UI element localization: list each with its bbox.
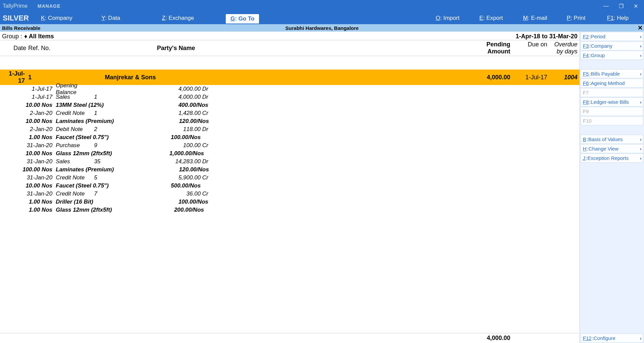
detail-type: Sales [56, 94, 94, 100]
detail-item: Faucet (Steel 0.75") [56, 182, 109, 189]
detail-date: 2-Jan-20 [2, 126, 56, 133]
rp-f7: F7 [581, 88, 643, 97]
detail-rate: 100.00/Nos [108, 199, 208, 205]
rp-ledger-wise-bills[interactable]: F8: Ledger-wise Bills [581, 97, 643, 106]
menu-help[interactable]: F1: Help [604, 12, 644, 24]
detail-type: Sales [56, 158, 94, 165]
detail-item: Glass 12mm (2ftx5ft) [56, 150, 112, 157]
group-value[interactable]: ♦ All Items [24, 33, 54, 40]
detail-amt: 4,000.00 Dr [108, 86, 208, 92]
menu-print[interactable]: P: Print [563, 12, 604, 24]
detail-date: 31-Jan-20 [2, 142, 56, 149]
detail-item: 13MM Steel (12%) [56, 102, 108, 109]
detail-row[interactable]: 1.00 NosDriller (16 Bit)100.00/Nos [0, 198, 579, 206]
rp-basis-of-values[interactable]: B: Basis of Values [581, 135, 643, 144]
detail-rate: 120.00/Nos [114, 166, 209, 173]
right-panel: F2: PeriodF3: CompanyF4: GroupF5: Bills … [579, 32, 644, 343]
detail-row[interactable]: 10.00 NosGlass 12mm (2ftx5ft)1,000.00/No… [0, 149, 579, 158]
menu-bar: SILVER K: Company Y: Data Z: Exchange G:… [0, 12, 644, 24]
total-row: 4,000.00 [0, 333, 579, 343]
detail-amt: 5,900.00 Cr [108, 174, 208, 181]
detail-item: Faucet (Steel 0.75") [56, 134, 109, 141]
detail-qty: 1.00 Nos [2, 207, 56, 213]
detail-rate: 500.00/Nos [109, 182, 201, 189]
bill-dueon: 1-Jul-17 [510, 74, 547, 81]
context-bar: Bills Receivable Surabhi Hardwares, Bang… [0, 24, 644, 32]
edition-label: SILVER [0, 12, 38, 24]
rp-change-view[interactable]: H: Change View [581, 144, 643, 153]
rp-period[interactable]: F2: Period [581, 32, 643, 41]
hdr-dueon: Due on [510, 41, 547, 48]
menu-email[interactable]: M: E-mail [520, 12, 563, 24]
detail-type: Debit Note [56, 126, 94, 133]
menu-import[interactable]: O: Import [432, 12, 476, 24]
detail-item: Laminates (Premium) [56, 118, 114, 125]
detail-qty: 10.00 Nos [2, 182, 56, 189]
period-value: 1-Apr-18 to 31-Mar-20 [516, 33, 577, 40]
detail-rate: 400.00/Nos [108, 102, 208, 109]
menu-company[interactable]: K: Company [38, 12, 98, 24]
detail-date: 31-Jan-20 [2, 190, 56, 197]
menu-exchange[interactable]: Z: Exchange [159, 12, 226, 24]
detail-type: Credit Note [56, 174, 94, 181]
menu-goto[interactable]: G: Go To [226, 14, 259, 24]
detail-row[interactable]: 1.00 NosGlass 12mm (2ftx5ft)200.00/Nos [0, 206, 579, 214]
total-amount: 4,000.00 [450, 335, 510, 342]
bill-ref: 1 [28, 74, 62, 81]
detail-no: 5 [94, 174, 108, 181]
detail-type: Purchase [56, 142, 94, 149]
detail-date: 31-Jan-20 [2, 158, 56, 165]
rp-group[interactable]: F4: Group [581, 51, 643, 60]
window-controls: — ❐ ✕ [603, 3, 641, 9]
detail-type: Credit Note [56, 110, 94, 117]
detail-rate: 1,000.00/Nos [112, 150, 204, 157]
detail-amt: 1,428.00 Cr [108, 110, 208, 117]
detail-row[interactable]: 10.00 NosLaminates (Premium)120.00/Nos [0, 117, 579, 125]
hdr-ref: Ref. No. [28, 45, 62, 52]
detail-row[interactable]: 1.00 NosFaucet (Steel 0.75")100.00/Nos [0, 133, 579, 141]
detail-row[interactable]: 10.00 Nos13MM Steel (12%)400.00/Nos [0, 101, 579, 109]
close-report-icon[interactable]: ✕ [638, 24, 644, 32]
menu-data[interactable]: Y: Data [98, 12, 159, 24]
minimize-icon[interactable]: — [603, 3, 609, 9]
detail-no: 9 [94, 142, 108, 149]
detail-item: Driller (16 Bit) [56, 199, 108, 205]
menu-export[interactable]: E: Export [476, 12, 520, 24]
detail-row[interactable]: 31-Jan-20Purchase9100.00 Cr [0, 141, 579, 149]
company-name: Surabhi Hardwares, Bangalore [285, 25, 358, 31]
detail-amt: 36.00 Cr [108, 190, 208, 197]
detail-row[interactable]: 31-Jan-20Sales3514,283.00 Dr [0, 158, 579, 166]
detail-row[interactable]: 31-Jan-20Credit Note55,900.00 Cr [0, 174, 579, 182]
detail-row[interactable]: 2-Jan-20Credit Note11,428.00 Cr [0, 109, 579, 117]
detail-no: 35 [94, 158, 108, 165]
detail-row[interactable]: 1-Jul-17Sales14,000.00 Dr [0, 93, 579, 101]
rp-ageing-method[interactable]: F6: Ageing Method [581, 79, 643, 88]
close-icon[interactable]: ✕ [634, 3, 638, 9]
detail-amt: 100.00 Cr [108, 142, 208, 149]
screen-name: Bills Receivable [0, 25, 40, 31]
detail-row[interactable]: 100.00 NosLaminates (Premium)120.00/Nos [0, 166, 579, 174]
detail-qty: 10.00 Nos [2, 150, 56, 157]
rp-configure[interactable]: F12: Configure [581, 334, 643, 343]
detail-no: 7 [94, 190, 108, 197]
detail-row[interactable]: 2-Jan-20Debit Note2118.00 Dr [0, 125, 579, 133]
app-name: TallyPrime [3, 3, 28, 9]
detail-date: 31-Jan-20 [2, 174, 56, 181]
detail-rate: 100.00/Nos [109, 134, 201, 141]
bill-date: 1-Jul-17 [2, 70, 28, 84]
column-headers: Date Ref. No. Party's Name PendingAmount… [0, 40, 579, 56]
detail-date: 1-Jul-17 [2, 86, 56, 92]
rp-exception-reports[interactable]: J: Exception Reports [581, 154, 643, 163]
rp-bills-payable[interactable]: F5: Bills Payable [581, 69, 643, 78]
detail-row[interactable]: 10.00 NosFaucet (Steel 0.75")500.00/Nos [0, 182, 579, 190]
bill-overdue: 1004 [547, 74, 577, 81]
detail-row[interactable]: 1-Jul-17Opening Balance4,000.00 Dr [0, 85, 579, 93]
maximize-icon[interactable]: ❐ [619, 3, 624, 9]
rp-company[interactable]: F3: Company [581, 41, 643, 50]
manage-label[interactable]: MANAGE [38, 3, 60, 9]
detail-qty: 1.00 Nos [2, 199, 56, 205]
detail-item: Laminates (Premium) [56, 166, 114, 173]
detail-qty: 10.00 Nos [2, 118, 56, 125]
hdr-pending: PendingAmount [450, 41, 510, 55]
detail-row[interactable]: 31-Jan-20Credit Note736.00 Cr [0, 190, 579, 198]
